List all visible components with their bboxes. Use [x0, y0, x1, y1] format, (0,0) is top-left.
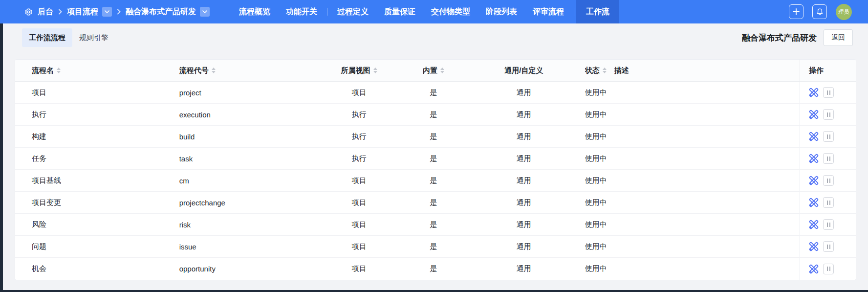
pause-button[interactable] — [823, 219, 834, 230]
tab-workflow-process[interactable]: 工作流流程 — [22, 28, 72, 47]
column-header-2[interactable]: 流程代号 — [163, 60, 314, 81]
sort-icon[interactable] — [440, 67, 444, 73]
pause-icon — [827, 157, 828, 161]
cell-name: 项目变更 — [15, 192, 163, 213]
sort-icon[interactable] — [212, 67, 216, 73]
bell-icon — [816, 8, 824, 16]
chevron-down-button[interactable] — [102, 7, 112, 17]
nav-item-deliverable-type[interactable]: 交付物类型 — [423, 0, 478, 23]
cell-actions — [800, 170, 856, 191]
workflow-edit-icon[interactable] — [809, 132, 819, 141]
workflow-edit-icon[interactable] — [809, 110, 819, 119]
add-button[interactable] — [789, 4, 803, 19]
cell-code: execution — [163, 104, 314, 125]
nav-item-quality-assurance[interactable]: 质量保证 — [376, 0, 423, 23]
pause-button[interactable] — [823, 131, 834, 142]
cell-view: 项目 — [314, 236, 404, 257]
cell-common: 通用 — [463, 214, 585, 235]
cell-code: issue — [163, 236, 314, 257]
column-header-6[interactable]: 状态 — [585, 60, 614, 81]
nav-item-stage-list[interactable]: 阶段列表 — [478, 0, 525, 23]
table-header: 流程名流程代号所属视图内置通用/自定义状态描述操作 — [15, 60, 856, 82]
notification-button[interactable] — [812, 4, 827, 19]
nav-menu: 流程概览 功能开关 过程定义 质量保证 交付物类型 阶段列表 评审流程 工作流 — [231, 0, 619, 23]
nav-item-workflow[interactable]: 工作流 — [576, 0, 619, 23]
column-header-1[interactable]: 流程名 — [15, 60, 163, 81]
sort-icon[interactable] — [603, 67, 607, 73]
context-title: 融合瀑布式产品研发 — [742, 32, 817, 44]
cell-status: 使用中 — [585, 214, 614, 235]
cell-actions — [800, 148, 856, 169]
cell-actions — [800, 82, 856, 103]
column-header-7: 描述 — [614, 60, 800, 81]
navbar-actions: 理员 — [789, 0, 868, 23]
workflow-edit-icon[interactable] — [809, 264, 819, 274]
chevron-right-icon — [58, 9, 62, 15]
pause-button[interactable] — [823, 109, 834, 120]
breadcrumb-level2[interactable]: 融合瀑布式产品研发 — [126, 7, 196, 17]
cell-actions — [800, 258, 856, 280]
table-row: 风险risk项目是通用使用中 — [15, 214, 856, 236]
workflow-edit-icon[interactable] — [809, 198, 819, 207]
avatar[interactable]: 理员 — [836, 4, 852, 20]
cell-description — [614, 126, 800, 147]
column-label: 流程名 — [32, 66, 54, 75]
cell-builtin: 是 — [404, 82, 463, 103]
pause-icon — [827, 112, 828, 117]
sort-icon[interactable] — [373, 67, 377, 73]
column-label: 内置 — [423, 66, 437, 75]
gear-icon[interactable] — [24, 8, 33, 16]
column-header-4[interactable]: 内置 — [404, 60, 463, 81]
cell-builtin: 是 — [404, 214, 463, 235]
breadcrumb-level1[interactable]: 项目流程 — [67, 7, 98, 17]
column-label: 状态 — [585, 66, 600, 75]
cell-common: 通用 — [463, 170, 585, 191]
cell-status: 使用中 — [585, 82, 614, 103]
cell-code: opportunity — [163, 258, 314, 280]
pause-icon — [827, 90, 828, 95]
workflow-edit-icon[interactable] — [809, 154, 819, 163]
table-row: 问题issue项目是通用使用中 — [15, 236, 856, 258]
nav-item-process-overview[interactable]: 流程概览 — [231, 0, 278, 23]
pause-button[interactable] — [823, 241, 834, 252]
chevron-down-button[interactable] — [200, 7, 210, 17]
pause-icon — [827, 267, 828, 271]
pause-icon — [829, 135, 830, 139]
sort-icon[interactable] — [57, 67, 61, 73]
cell-code: task — [163, 148, 314, 169]
pause-icon — [829, 245, 830, 249]
pause-button[interactable] — [823, 175, 834, 186]
table-body: 项目project项目是通用使用中 执行execution执行是通用使用中 构建… — [15, 82, 856, 280]
workflow-edit-icon[interactable] — [809, 220, 819, 229]
nav-item-feature-switch[interactable]: 功能开关 — [278, 0, 325, 23]
column-header-3[interactable]: 所属视图 — [314, 60, 404, 81]
top-navbar: 后台 项目流程 融合瀑布式产品研发 流程概览 功能开关 过程定义 质量保证 交付… — [0, 0, 868, 23]
breadcrumb-root[interactable]: 后台 — [38, 7, 53, 17]
column-label: 操作 — [809, 66, 824, 75]
cell-common: 通用 — [463, 82, 585, 103]
table-row: 构建build执行是通用使用中 — [15, 126, 856, 148]
cell-name: 项目 — [15, 82, 163, 103]
pause-button[interactable] — [823, 87, 834, 98]
nav-item-review-process[interactable]: 评审流程 — [525, 0, 572, 23]
nav-divider — [327, 8, 327, 16]
workflow-edit-icon[interactable] — [809, 242, 819, 251]
nav-item-process-definition[interactable]: 过程定义 — [329, 0, 376, 23]
cell-actions — [800, 104, 856, 125]
back-button[interactable]: 返回 — [824, 29, 853, 46]
cell-actions — [800, 214, 856, 235]
cell-builtin: 是 — [404, 236, 463, 257]
workflow-edit-icon[interactable] — [809, 88, 819, 97]
cell-builtin: 是 — [404, 104, 463, 125]
table-row: 任务task执行是通用使用中 — [15, 148, 856, 170]
cell-builtin: 是 — [404, 148, 463, 169]
cell-status: 使用中 — [585, 126, 614, 147]
tab-rule-engine[interactable]: 规则引擎 — [72, 28, 115, 47]
workflow-edit-icon[interactable] — [809, 176, 819, 185]
pause-icon — [827, 179, 828, 183]
pause-button[interactable] — [823, 197, 834, 208]
pause-button[interactable] — [823, 153, 834, 164]
cell-status: 使用中 — [585, 148, 614, 169]
column-label: 流程代号 — [179, 66, 209, 75]
pause-button[interactable] — [823, 264, 834, 274]
